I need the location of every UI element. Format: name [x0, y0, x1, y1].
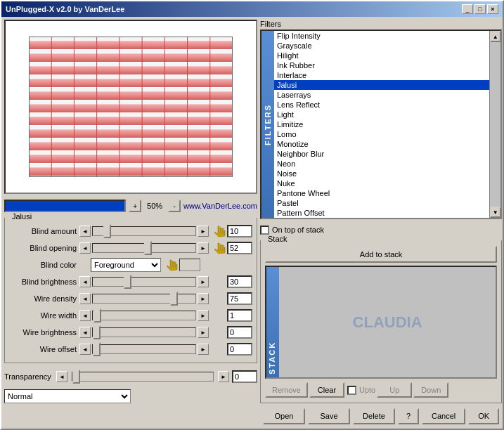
on-top-stack-row: On top of stack — [260, 222, 502, 237]
transparency-right[interactable]: ► — [218, 371, 229, 382]
down-button[interactable]: Down — [413, 382, 448, 398]
add-to-stack-button[interactable]: Add to stack — [265, 246, 497, 263]
minimize-button[interactable]: _ — [462, 4, 473, 14]
jalusi-group-title: Jalusi — [11, 212, 33, 221]
filters-vertical-label: FILTERS — [261, 31, 274, 218]
blend-mode-select[interactable]: Normal Multiply Screen Overlay — [4, 389, 131, 403]
wire-brightness-right[interactable]: ► — [198, 327, 209, 338]
filter-item-jalusi[interactable]: Jalusi — [274, 80, 489, 90]
blind-color-swatch — [179, 259, 200, 271]
wire-brightness-label: Wire brightness — [9, 328, 79, 337]
filter-item-monotize[interactable]: Monotize — [274, 139, 489, 149]
window-title: UnPlugged-X v2.0 by VanDerLee — [6, 5, 124, 13]
wire-density-right[interactable]: ► — [198, 293, 209, 304]
upto-row: Upto — [347, 386, 375, 395]
filter-item-interlace[interactable]: Interlace — [274, 70, 489, 80]
blind-brightness-right[interactable]: ► — [198, 276, 209, 287]
filters-list[interactable]: Flip IntensityGrayscaleHilightInk Rubber… — [274, 31, 489, 218]
filters-label: Filters — [260, 20, 281, 28]
title-bar: UnPlugged-X v2.0 by VanDerLee _ □ × — [1, 1, 503, 17]
transparency-input[interactable] — [232, 370, 257, 383]
filter-item-neon[interactable]: Neon — [274, 159, 489, 169]
bottom-buttons: Open Save Delete ? Cancel OK — [260, 406, 502, 426]
filters-scroll-up[interactable]: ▲ — [490, 31, 501, 42]
help-button[interactable]: ? — [398, 408, 419, 424]
filter-item-nuke[interactable]: Nuke — [274, 178, 489, 188]
blind-opening-slider[interactable] — [92, 243, 196, 253]
hand-pointer-icon-2 — [210, 240, 226, 256]
transparency-slider[interactable] — [72, 372, 214, 382]
maximize-button[interactable]: □ — [474, 4, 486, 14]
progress-bar — [4, 200, 126, 212]
save-button[interactable]: Save — [308, 408, 350, 424]
blind-opening-right[interactable]: ► — [198, 242, 209, 254]
wire-width-slider[interactable] — [92, 311, 196, 320]
wire-brightness-left[interactable]: ◄ — [79, 327, 91, 338]
on-top-stack-checkbox[interactable] — [260, 226, 269, 235]
blind-amount-right[interactable]: ► — [198, 226, 209, 237]
blind-brightness-input[interactable] — [227, 275, 252, 288]
wire-density-row: Wire density ◄ ► — [9, 291, 252, 306]
filter-item-grayscale[interactable]: Grayscale — [274, 41, 489, 51]
up-button[interactable]: Up — [377, 382, 412, 398]
wire-density-slider[interactable] — [92, 294, 196, 304]
wire-brightness-slider[interactable] — [92, 327, 196, 337]
wire-width-input[interactable] — [227, 309, 252, 322]
wire-density-input[interactable] — [227, 292, 252, 305]
filter-item-hilight[interactable]: Hilight — [274, 51, 489, 60]
ok-button[interactable]: OK — [468, 408, 499, 424]
url-label: www.VanDerLee.com — [183, 202, 257, 210]
wire-offset-input[interactable] — [227, 343, 252, 356]
wire-width-left[interactable]: ◄ — [79, 310, 91, 321]
zoom-level: 50% — [144, 202, 165, 210]
zoom-plus-button[interactable]: + — [129, 200, 141, 212]
filters-scroll-track[interactable] — [490, 42, 500, 207]
filter-item-noise[interactable]: Noise — [274, 169, 489, 178]
wire-brightness-input[interactable] — [227, 326, 252, 339]
blind-opening-label: Blind opening — [9, 244, 79, 252]
filter-item-neighbor-blur[interactable]: Neighbor Blur — [274, 149, 489, 159]
filter-item-pattern-offset[interactable]: Pattern Offset — [274, 208, 489, 218]
open-button[interactable]: Open — [263, 408, 305, 424]
filter-item-flip-intensity[interactable]: Flip Intensity — [274, 31, 489, 41]
wire-width-label: Wire width — [9, 311, 79, 320]
remove-button[interactable]: Remove — [265, 382, 308, 398]
filter-item-lomo[interactable]: Lomo — [274, 129, 489, 139]
cancel-button[interactable]: Cancel — [422, 408, 465, 424]
filter-item-lens-reflect[interactable]: Lens Reflect — [274, 100, 489, 110]
stack-btn-row: Remove Clear Upto Up Down — [265, 382, 497, 398]
blind-color-select[interactable]: Foreground Background Custom — [91, 258, 161, 272]
wire-density-left[interactable]: ◄ — [79, 293, 91, 304]
zoom-minus-button[interactable]: - — [168, 200, 181, 212]
wire-offset-right[interactable]: ► — [198, 344, 209, 355]
filter-item-limitize[interactable]: Limitize — [274, 119, 489, 129]
stack-group-title: Stack — [266, 235, 289, 243]
blind-opening-input[interactable] — [227, 242, 252, 254]
stack-display: STACK CLAUDIA — [265, 266, 497, 379]
blind-amount-slider[interactable] — [92, 226, 196, 236]
blind-brightness-slider[interactable] — [92, 277, 196, 287]
filter-item-laserrays[interactable]: Laserrays — [274, 90, 489, 100]
blind-brightness-row: Blind brightness ◄ ► — [9, 274, 252, 289]
blind-amount-input[interactable] — [227, 225, 252, 237]
upto-checkbox[interactable] — [347, 386, 356, 395]
right-panel: Filters FILTERS Flip IntensityGrayscaleH… — [260, 20, 502, 426]
wire-offset-slider[interactable] — [92, 344, 196, 354]
filters-scroll-down[interactable]: ▼ — [490, 207, 501, 218]
delete-button[interactable]: Delete — [353, 408, 395, 424]
blind-amount-left[interactable]: ◄ — [79, 226, 91, 237]
blind-opening-left[interactable]: ◄ — [79, 242, 91, 254]
stack-content: CLAUDIA — [279, 267, 496, 377]
filter-item-pastel[interactable]: Pastel — [274, 198, 489, 208]
wire-width-right[interactable]: ► — [198, 310, 209, 321]
blind-brightness-left[interactable]: ◄ — [79, 276, 91, 287]
close-button[interactable]: × — [487, 4, 498, 14]
wire-width-row: Wire width ◄ ► — [9, 308, 252, 323]
filter-item-pantone-wheel[interactable]: Pantone Wheel — [274, 188, 489, 198]
hand-pointer-icon-3 — [162, 257, 178, 273]
transparency-left[interactable]: ◄ — [56, 371, 67, 382]
filter-item-light[interactable]: Light — [274, 110, 489, 119]
filter-item-ink-rubber[interactable]: Ink Rubber — [274, 60, 489, 70]
clear-button[interactable]: Clear — [309, 382, 344, 398]
wire-offset-left[interactable]: ◄ — [79, 344, 91, 355]
